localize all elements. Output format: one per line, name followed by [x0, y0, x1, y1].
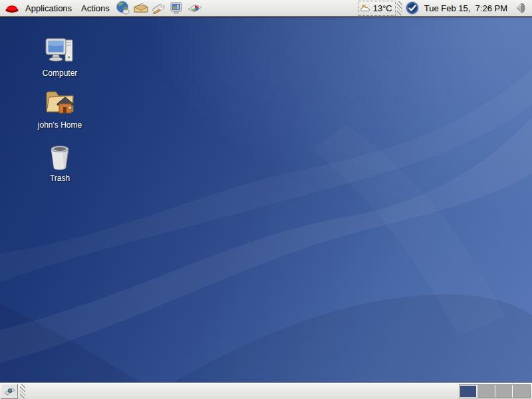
- workspace-1[interactable]: [460, 385, 477, 398]
- desktop-icon-label: Computer: [30, 68, 90, 78]
- top-panel: Applications Actions: [0, 0, 532, 17]
- weather-temperature: 13°C: [373, 3, 392, 13]
- desktop-icon-label: john's Home: [30, 120, 90, 130]
- desktop-background[interactable]: Computer john's Home: [0, 17, 532, 382]
- show-desktop-button[interactable]: [1, 384, 18, 399]
- red-hat-logo-icon[interactable]: [3, 0, 21, 17]
- computer-icon: [30, 36, 90, 66]
- workspace-4[interactable]: [513, 385, 530, 398]
- menu-actions[interactable]: Actions: [76, 0, 114, 17]
- trash-icon: [30, 142, 90, 172]
- email-launcher-icon[interactable]: [132, 0, 150, 17]
- panel-drag-handle[interactable]: [20, 384, 25, 398]
- desktop-icon-computer[interactable]: Computer: [30, 36, 90, 78]
- show-desktop-icon: [3, 386, 16, 396]
- bottom-panel: [0, 382, 532, 399]
- gnome-desktop: Applications Actions: [0, 0, 532, 399]
- desktop-icon-johns-home[interactable]: john's Home: [30, 86, 90, 130]
- word-processor-launcher-icon[interactable]: [150, 0, 168, 17]
- top-panel-right: 13°C Tue Feb 15, 7:26 PM: [358, 0, 532, 16]
- workspace-2[interactable]: [477, 385, 495, 398]
- desktop-icon-label: Trash: [30, 174, 90, 183]
- applet-drag-handle[interactable]: [397, 1, 402, 15]
- spreadsheet-launcher-icon[interactable]: [186, 0, 204, 17]
- menu-applications[interactable]: Applications: [21, 0, 76, 17]
- home-folder-icon: [30, 86, 90, 118]
- top-panel-left: Applications Actions: [0, 0, 204, 16]
- clock-applet[interactable]: Tue Feb 15, 7:26 PM: [422, 3, 511, 13]
- workspace-3[interactable]: [495, 385, 513, 398]
- weather-applet[interactable]: 13°C: [358, 1, 396, 16]
- web-browser-launcher-icon[interactable]: [114, 0, 132, 17]
- presentation-launcher-icon[interactable]: [168, 0, 186, 17]
- workspace-switcher: [459, 384, 531, 398]
- update-check-icon[interactable]: [404, 0, 422, 17]
- speaker-icon[interactable]: [511, 0, 529, 17]
- cloud-icon: [360, 3, 372, 13]
- desktop-icon-trash[interactable]: Trash: [30, 142, 90, 183]
